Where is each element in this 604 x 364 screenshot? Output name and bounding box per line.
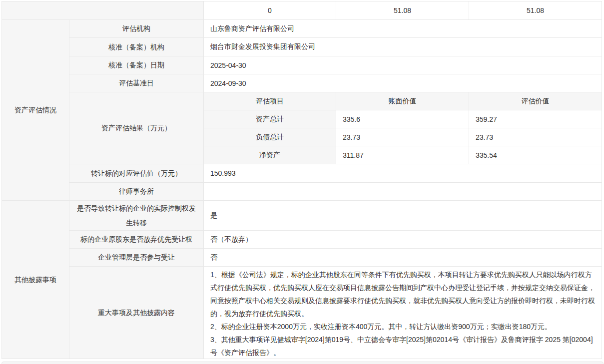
section-title-asset-evaluation: 资产评估情况 (2, 20, 69, 201)
top-row-value-1: 0 (204, 1, 336, 20)
row-value-management-participation: 否 (204, 249, 602, 267)
row-label-evaluation-agency: 评估机构 (69, 20, 204, 38)
nested-header-book-value: 账面价值 (336, 92, 469, 110)
section-title-other-disclosure: 其他披露事项 (2, 201, 69, 359)
nested-header-assessed-value: 评估价值 (469, 92, 602, 110)
row-value-corresponding-assessed-value: 150.993 (204, 164, 602, 183)
disclosure-table: 0 51.08 51.08 资产评估情况 评估机构 山东鲁商资产评估有限公司 核… (1, 1, 602, 359)
row-label-approval-agency: 核准（备案）机构 (69, 38, 204, 56)
major-matters-paragraph-1: 1、根据《公司法》规定，标的企业其他股东在同等条件下有优先购买权，本项目转让方要… (210, 268, 595, 320)
row-label-major-matters: 重大事项及其他披露内容 (69, 267, 204, 359)
row-value-major-matters: 1、根据《公司法》规定，标的企业其他股东在同等条件下有优先购买权，本项目转让方要… (204, 267, 602, 359)
row-label-evaluation-result: 资产评估结果（万元） (69, 92, 204, 164)
row-value-control-transfer: 是 (204, 201, 602, 231)
nested-row-assessed-total-assets: 359.27 (469, 110, 602, 128)
nested-row-book-net-assets: 311.87 (336, 146, 469, 164)
nested-header-item: 评估项目 (204, 92, 336, 110)
row-label-corresponding-assessed-value: 转让标的对应评估值（万元） (69, 164, 204, 183)
row-value-shareholders-waive-preemptive: 否（不放弃） (204, 231, 602, 249)
next-section-bar (1, 362, 604, 364)
top-row-value-2: 51.08 (336, 1, 469, 20)
nested-row-book-total-liabilities: 23.73 (336, 128, 469, 146)
major-matters-paragraph-2: 2、标的企业注册资本2000万元，实收注册资本400万元。其中，转让方认缴出资9… (210, 320, 595, 333)
row-value-approval-agency: 烟台市财金发展投资集团有限公司 (204, 38, 602, 56)
row-label-approval-date: 核准（备案）日期 (69, 56, 204, 74)
nested-row-assessed-total-liabilities: 23.73 (469, 128, 602, 146)
row-label-law-firm: 律师事务所 (69, 183, 204, 201)
nested-row-assessed-net-assets: 335.54 (469, 146, 602, 164)
nested-row-item-net-assets: 净资产 (204, 146, 336, 164)
disclosure-page: 0 51.08 51.08 资产评估情况 评估机构 山东鲁商资产评估有限公司 核… (0, 0, 604, 364)
row-label-base-date: 评估基准日 (69, 74, 204, 92)
nested-row-item-total-assets: 资产总计 (204, 110, 336, 128)
row-label-management-participation: 企业管理层是否参与受让 (69, 249, 204, 267)
row-value-approval-date: 2025-04-30 (204, 56, 602, 74)
major-matters-paragraph-3: 3、其他重大事项详见健城审字[2024]第019号、中立德会专审字[2025]第… (210, 333, 595, 359)
row-value-law-firm (204, 183, 602, 201)
row-label-shareholders-waive-preemptive: 标的企业原股东是否放弃优先受让权 (69, 231, 204, 249)
nested-row-item-total-liabilities: 负债总计 (204, 128, 336, 146)
row-value-evaluation-agency: 山东鲁商资产评估有限公司 (204, 20, 602, 38)
row-value-base-date: 2024-09-30 (204, 74, 602, 92)
nested-row-book-total-assets: 335.6 (336, 110, 469, 128)
row-label-control-transfer: 是否导致转让标的企业的实际控制权发生转移 (69, 201, 204, 231)
top-row-left-cell (2, 1, 204, 20)
top-row-value-3: 51.08 (469, 1, 602, 20)
